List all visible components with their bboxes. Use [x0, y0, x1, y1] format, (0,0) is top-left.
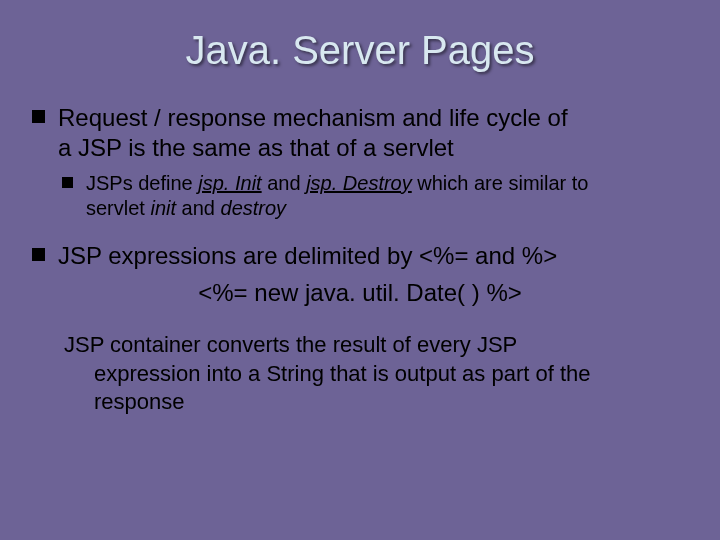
- jsp-expression-example: <%= new java. util. Date( ) %>: [30, 279, 690, 307]
- term-destroy: destroy: [221, 197, 287, 219]
- term-jspdestroy: jsp. Destroy: [306, 172, 412, 194]
- text: JSP container converts the result of eve…: [64, 332, 517, 357]
- term-jspinit: jsp. Init: [198, 172, 261, 194]
- text: response: [94, 389, 185, 414]
- bullet-request-response: Request / response mechanism and life cy…: [30, 103, 690, 163]
- text: Request / response mechanism and life cy…: [58, 104, 568, 131]
- slide: Java. Server Pages Request / response me…: [0, 0, 720, 540]
- text: and: [176, 197, 220, 219]
- bullet-jsp-expressions: JSP expressions are delimited by <%= and…: [30, 241, 690, 271]
- slide-title: Java. Server Pages: [30, 28, 690, 73]
- term-init: init: [150, 197, 176, 219]
- text: expression into a String that is output …: [94, 361, 591, 386]
- text: JSPs define: [86, 172, 198, 194]
- paragraph-container-converts: JSP container converts the result of eve…: [64, 331, 690, 417]
- bullet-jsp-init-destroy: JSPs define jsp. Init and jsp. Destroy w…: [30, 171, 690, 221]
- text: servlet: [86, 197, 150, 219]
- text: and: [262, 172, 306, 194]
- text: a JSP is the same as that of a servlet: [58, 134, 454, 161]
- text: which are similar to: [412, 172, 589, 194]
